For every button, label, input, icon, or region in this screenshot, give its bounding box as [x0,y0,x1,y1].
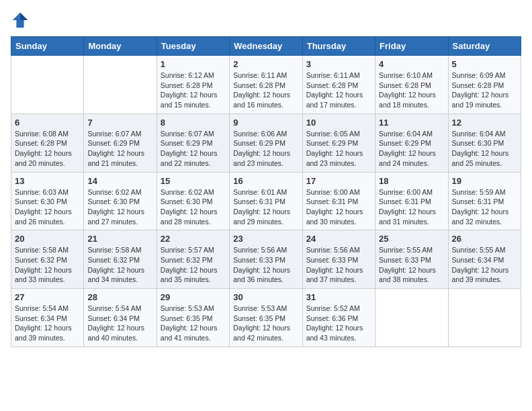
daylight-text: Daylight: 12 hours and 20 minutes. [15,148,80,168]
header-cell-tuesday: Tuesday [157,37,229,56]
sunrise-text: Sunrise: 6:00 AM [306,187,371,197]
calendar-table: SundayMondayTuesdayWednesdayThursdayFrid… [11,36,521,347]
sunset-text: Sunset: 6:34 PM [15,314,80,324]
sunrise-text: Sunrise: 6:09 AM [452,71,517,81]
daylight-text: Daylight: 12 hours and 32 minutes. [452,207,517,226]
week-row-5: 27Sunrise: 5:54 AMSunset: 6:34 PMDayligh… [11,289,521,347]
sunset-text: Sunset: 6:32 PM [87,255,152,265]
sunset-text: Sunset: 6:36 PM [306,314,371,324]
day-info: Sunrise: 6:08 AMSunset: 6:28 PMDaylight:… [15,129,80,169]
day-info: Sunrise: 6:04 AMSunset: 6:29 PMDaylight:… [379,129,444,169]
day-info: Sunrise: 5:58 AMSunset: 6:32 PMDaylight:… [15,245,80,285]
daylight-text: Daylight: 12 hours and 21 minutes. [87,148,152,168]
sunset-text: Sunset: 6:29 PM [161,138,226,148]
day-number: 12 [452,118,517,128]
day-number: 14 [87,176,152,186]
day-number: 24 [306,234,371,244]
daylight-text: Daylight: 12 hours and 23 minutes. [306,148,371,168]
day-cell: 10Sunrise: 6:05 AMSunset: 6:29 PMDayligh… [302,113,375,172]
day-info: Sunrise: 5:56 AMSunset: 6:33 PMDaylight:… [306,245,371,285]
day-number: 11 [379,118,444,128]
sunset-text: Sunset: 6:29 PM [87,138,152,148]
sunset-text: Sunset: 6:28 PM [452,81,517,91]
sunset-text: Sunset: 6:35 PM [161,314,226,324]
day-info: Sunrise: 6:00 AMSunset: 6:31 PMDaylight:… [306,187,371,227]
day-info: Sunrise: 5:54 AMSunset: 6:34 PMDaylight:… [87,304,152,343]
day-cell: 15Sunrise: 6:02 AMSunset: 6:30 PMDayligh… [157,172,229,230]
day-info: Sunrise: 5:55 AMSunset: 6:34 PMDaylight:… [452,245,517,285]
day-cell: 29Sunrise: 5:53 AMSunset: 6:35 PMDayligh… [157,289,229,347]
daylight-text: Daylight: 12 hours and 26 minutes. [15,207,80,226]
sunrise-text: Sunrise: 6:00 AM [379,187,444,197]
day-cell: 8Sunrise: 6:07 AMSunset: 6:29 PMDaylight… [157,113,229,172]
sunrise-text: Sunrise: 5:53 AM [161,304,226,314]
week-row-3: 13Sunrise: 6:03 AMSunset: 6:30 PMDayligh… [11,172,521,230]
day-cell: 21Sunrise: 5:58 AMSunset: 6:32 PMDayligh… [84,230,157,289]
sunrise-text: Sunrise: 6:03 AM [15,187,80,197]
daylight-text: Daylight: 12 hours and 22 minutes. [161,148,226,168]
day-info: Sunrise: 5:53 AMSunset: 6:35 PMDaylight:… [161,304,226,343]
sunrise-text: Sunrise: 6:12 AM [161,71,226,81]
day-info: Sunrise: 5:54 AMSunset: 6:34 PMDaylight:… [15,304,80,343]
sunrise-text: Sunrise: 5:54 AM [87,304,152,314]
daylight-text: Daylight: 12 hours and 34 minutes. [87,265,152,285]
day-cell: 18Sunrise: 6:00 AMSunset: 6:31 PMDayligh… [375,172,448,230]
day-cell: 14Sunrise: 6:02 AMSunset: 6:30 PMDayligh… [84,172,157,230]
sunrise-text: Sunrise: 5:56 AM [233,245,298,255]
sunrise-text: Sunrise: 5:54 AM [15,304,80,314]
sunrise-text: Sunrise: 6:02 AM [87,187,152,197]
daylight-text: Daylight: 12 hours and 33 minutes. [15,265,80,285]
day-number: 25 [379,234,444,244]
day-cell: 24Sunrise: 5:56 AMSunset: 6:33 PMDayligh… [302,230,375,289]
day-cell: 2Sunrise: 6:11 AMSunset: 6:28 PMDaylight… [230,56,302,114]
day-cell: 26Sunrise: 5:55 AMSunset: 6:34 PMDayligh… [448,230,521,289]
day-cell: 9Sunrise: 6:06 AMSunset: 6:29 PMDaylight… [230,113,302,172]
day-info: Sunrise: 5:59 AMSunset: 6:31 PMDaylight:… [452,187,517,227]
day-cell: 30Sunrise: 5:53 AMSunset: 6:35 PMDayligh… [230,289,302,347]
sunrise-text: Sunrise: 5:55 AM [379,245,444,255]
day-number: 1 [161,59,226,69]
week-row-4: 20Sunrise: 5:58 AMSunset: 6:32 PMDayligh… [11,230,521,289]
sunrise-text: Sunrise: 5:59 AM [452,187,517,197]
sunset-text: Sunset: 6:32 PM [161,255,226,265]
day-number: 16 [233,176,298,186]
header-cell-saturday: Saturday [448,37,521,56]
day-info: Sunrise: 5:53 AMSunset: 6:35 PMDaylight:… [233,304,298,343]
daylight-text: Daylight: 12 hours and 23 minutes. [233,148,298,168]
daylight-text: Daylight: 12 hours and 42 minutes. [233,323,298,342]
daylight-text: Daylight: 12 hours and 15 minutes. [161,90,226,109]
day-info: Sunrise: 6:01 AMSunset: 6:31 PMDaylight:… [233,187,298,227]
sunset-text: Sunset: 6:35 PM [233,314,298,324]
day-cell: 11Sunrise: 6:04 AMSunset: 6:29 PMDayligh… [375,113,448,172]
logo [11,11,32,30]
day-number: 9 [233,118,298,128]
day-number: 7 [87,118,152,128]
logo-icon [11,11,30,30]
daylight-text: Daylight: 12 hours and 41 minutes. [161,323,226,342]
day-info: Sunrise: 5:57 AMSunset: 6:32 PMDaylight:… [161,245,226,285]
header-row: SundayMondayTuesdayWednesdayThursdayFrid… [11,37,521,56]
day-number: 17 [306,176,371,186]
sunset-text: Sunset: 6:30 PM [15,197,80,207]
day-info: Sunrise: 6:11 AMSunset: 6:28 PMDaylight:… [233,71,298,110]
day-cell: 3Sunrise: 6:11 AMSunset: 6:28 PMDaylight… [302,56,375,114]
day-number: 6 [15,118,80,128]
day-number: 15 [161,176,226,186]
sunrise-text: Sunrise: 5:55 AM [452,245,517,255]
day-info: Sunrise: 6:02 AMSunset: 6:30 PMDaylight:… [87,187,152,227]
sunrise-text: Sunrise: 5:58 AM [15,245,80,255]
sunrise-text: Sunrise: 6:11 AM [233,71,298,81]
sunrise-text: Sunrise: 6:05 AM [306,129,371,139]
day-number: 27 [15,292,80,302]
sunset-text: Sunset: 6:32 PM [15,255,80,265]
sunset-text: Sunset: 6:31 PM [379,197,444,207]
daylight-text: Daylight: 12 hours and 18 minutes. [379,90,444,109]
daylight-text: Daylight: 12 hours and 40 minutes. [87,323,152,342]
day-cell: 6Sunrise: 6:08 AMSunset: 6:28 PMDaylight… [11,113,84,172]
daylight-text: Daylight: 12 hours and 36 minutes. [233,265,298,285]
sunset-text: Sunset: 6:28 PM [306,81,371,91]
sunrise-text: Sunrise: 6:10 AM [379,71,444,81]
day-cell: 1Sunrise: 6:12 AMSunset: 6:28 PMDaylight… [157,56,229,114]
day-cell [448,289,521,347]
day-cell: 27Sunrise: 5:54 AMSunset: 6:34 PMDayligh… [11,289,84,347]
